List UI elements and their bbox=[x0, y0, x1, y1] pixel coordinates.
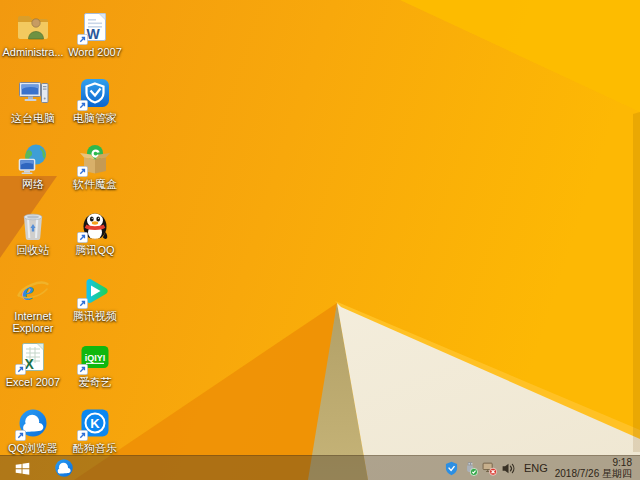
svg-text:iQIYI: iQIYI bbox=[85, 353, 106, 363]
network-icon bbox=[16, 142, 50, 176]
desktop-icon-label: 这台电脑 bbox=[11, 112, 55, 124]
windows-flag-icon bbox=[13, 459, 32, 478]
desktop-icon-label: Internet Explorer bbox=[2, 310, 64, 335]
volume-tray-icon[interactable] bbox=[501, 461, 516, 476]
clock-time: 9:18 bbox=[555, 457, 632, 469]
excel-2007-icon: X bbox=[16, 340, 50, 374]
recycle-bin-icon bbox=[16, 208, 50, 242]
this-pc-icon bbox=[16, 76, 50, 110]
desktop-icon-label: 回收站 bbox=[17, 244, 50, 256]
svg-text:X: X bbox=[25, 356, 35, 372]
desktop-icon-pc-manager[interactable]: 电脑管家 bbox=[64, 72, 126, 138]
desktop-icon-internet-explorer[interactable]: eInternet Explorer bbox=[2, 270, 64, 336]
desktop-icon-grid: Administra...WWord 2007这台电脑电脑管家网络软件魔盒回收站… bbox=[2, 6, 126, 468]
tencent-qq-icon bbox=[78, 208, 112, 242]
shortcut-arrow-icon bbox=[15, 364, 26, 375]
word-2007-icon: W bbox=[78, 10, 112, 44]
desktop-icon-label: 电脑管家 bbox=[73, 112, 117, 124]
taskbar-pinned-items bbox=[44, 457, 84, 479]
desktop-icon-label: 腾讯视频 bbox=[73, 310, 117, 322]
desktop-icon-tencent-qq[interactable]: 腾讯QQ bbox=[64, 204, 126, 270]
shortcut-arrow-icon bbox=[77, 430, 88, 441]
user-folder-icon bbox=[16, 10, 50, 44]
iqiyi-icon: iQIYI bbox=[78, 340, 112, 374]
desktop-icon-label: 软件魔盒 bbox=[73, 178, 117, 190]
desktop-icon-tencent-video[interactable]: 腾讯视频 bbox=[64, 270, 126, 336]
system-tray bbox=[444, 456, 516, 480]
clock-date: 2018/7/26 星期四 bbox=[555, 468, 632, 480]
desktop-icon-network[interactable]: 网络 bbox=[2, 138, 64, 204]
svg-text:e: e bbox=[22, 276, 34, 306]
shortcut-arrow-icon bbox=[77, 232, 88, 243]
desktop-icon-label: Administra... bbox=[2, 46, 63, 58]
desktop-icon-word-2007[interactable]: WWord 2007 bbox=[64, 6, 126, 72]
shortcut-arrow-icon bbox=[77, 364, 88, 375]
shortcut-arrow-icon bbox=[77, 298, 88, 309]
desktop-icon-iqiyi[interactable]: iQIYI爱奇艺 bbox=[64, 336, 126, 402]
shortcut-arrow-icon bbox=[77, 100, 88, 111]
kugou-music-icon: K bbox=[78, 406, 112, 440]
shortcut-arrow-icon bbox=[77, 34, 88, 45]
desktop-icon-label: QQ浏览器 bbox=[8, 442, 58, 454]
taskbar-clock[interactable]: 9:18 2018/7/26 星期四 bbox=[555, 457, 632, 480]
svg-text:K: K bbox=[90, 416, 100, 431]
start-button[interactable] bbox=[0, 456, 44, 480]
desktop-icon-recycle-bin[interactable]: 回收站 bbox=[2, 204, 64, 270]
tencent-video-icon bbox=[78, 274, 112, 308]
taskbar: ENG 9:18 2018/7/26 星期四 bbox=[0, 455, 640, 480]
desktop-icon-label: 腾讯QQ bbox=[75, 244, 114, 256]
desktop-icon-label: 爱奇艺 bbox=[79, 376, 112, 388]
network-error-tray-icon[interactable] bbox=[482, 461, 497, 476]
desktop-icon-label: 酷狗音乐 bbox=[73, 442, 117, 454]
shortcut-arrow-icon bbox=[77, 166, 88, 177]
usb-safe-tray-icon[interactable] bbox=[463, 461, 478, 476]
desktop-icon-this-pc[interactable]: 这台电脑 bbox=[2, 72, 64, 138]
pc-manager-tray-icon[interactable] bbox=[444, 461, 459, 476]
desktop-icon-excel-2007[interactable]: XExcel 2007 bbox=[2, 336, 64, 402]
svg-text:W: W bbox=[87, 26, 101, 42]
qq-browser-icon bbox=[53, 457, 75, 479]
desktop-icon-label: Word 2007 bbox=[68, 46, 122, 58]
desktop-icon-label: Excel 2007 bbox=[6, 376, 60, 388]
desktop-icon-software-box[interactable]: 软件魔盒 bbox=[64, 138, 126, 204]
shortcut-arrow-icon bbox=[15, 430, 26, 441]
language-indicator[interactable]: ENG bbox=[524, 462, 548, 474]
qq-browser-icon bbox=[16, 406, 50, 440]
taskbar-item-qq-browser[interactable] bbox=[44, 457, 84, 479]
desktop-icon-user-folder[interactable]: Administra... bbox=[2, 6, 64, 72]
internet-explorer-icon: e bbox=[16, 274, 50, 308]
pc-manager-icon bbox=[78, 76, 112, 110]
desktop-icon-label: 网络 bbox=[22, 178, 44, 190]
software-box-icon bbox=[78, 142, 112, 176]
